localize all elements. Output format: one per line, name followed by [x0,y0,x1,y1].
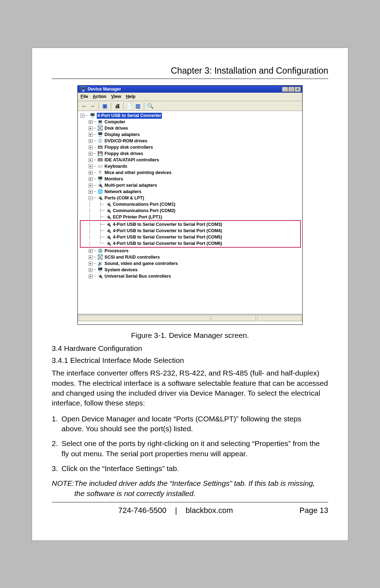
tree-child[interactable]: │ ├─🔌4-Port USB to Serial Converter to S… [81,234,299,240]
tree-node-ports[interactable]: −─🔌Ports (COM & LPT) [81,195,301,201]
network-icon: 🌐 [97,189,103,194]
tree-child[interactable]: │ ├─🔌4-Port USB to Serial Converter to S… [81,228,299,234]
page-footer: 724-746-5500 | blackbox.com Page 13 [52,505,328,516]
expand-icon[interactable]: + [89,152,93,156]
maximize-button[interactable]: □ [288,87,294,92]
tree-child[interactable]: │ ├─🔌ECP Printer Port (LPT1) [81,214,301,220]
tree-child[interactable]: │ ├─🔌4-Port USB to Serial Converter to S… [81,221,299,228]
mouse-icon: 🖱️ [97,170,103,175]
footer-phone: 724-746-5500 [118,506,166,515]
menu-help[interactable]: Help [126,94,135,99]
expand-icon[interactable]: + [89,126,93,130]
system-icon: 🖥️ [97,267,103,273]
collapse-icon[interactable]: − [89,196,93,200]
expand-icon[interactable]: + [89,146,93,149]
tree-node[interactable]: +─💽SCSI and RAID controllers [81,254,301,260]
expand-icon[interactable]: + [89,133,93,137]
expand-icon[interactable]: + [89,171,93,175]
tree-node[interactable]: +─🔊Sound, video and game controllers [81,260,301,267]
tree-node[interactable]: +─💽Disk drives [81,125,301,131]
refresh-icon[interactable]: ▥ [134,103,141,110]
expand-icon[interactable]: + [89,158,93,162]
expand-icon[interactable]: + [89,255,93,259]
scan-icon[interactable]: 🔍 [147,103,154,110]
port-icon: 🔌 [106,228,112,234]
minimize-button[interactable]: _ [282,87,288,92]
tree-node[interactable]: +─💾Floppy disk drives [81,150,301,157]
expand-icon[interactable]: + [89,274,93,278]
processor-icon: ⚙️ [97,248,103,254]
close-button[interactable]: × [294,87,301,92]
monitor-icon: 🖥️ [97,176,103,182]
tree-child[interactable]: │ └─🔌4-Port USB to Serial Converter to S… [81,240,299,247]
menu-bar: File Action View Help [78,93,302,101]
usb-icon: 🔌 [97,273,103,279]
toolbar: ← → ▣ 🖨 📄 ▥ 🔍 [78,101,302,111]
window-titlebar: 🖥️ Device Manager _ □ × [78,86,302,93]
document-page: Chapter 3: Installation and Configuratio… [32,48,348,541]
scsi-icon: 💽 [97,254,103,260]
note-text: The included driver adds the “Interface … [74,478,321,499]
back-icon[interactable]: ← [81,103,88,110]
collapse-icon[interactable]: − [81,114,84,118]
window-title: Device Manager [88,86,282,92]
expand-icon[interactable]: + [89,262,93,266]
tree-child[interactable]: │ ├─🔌Communications Port (COM1) [81,201,301,208]
tree-node[interactable]: +─🖥️Display adapters [81,131,301,138]
step-number: 1. [52,414,59,424]
footer-site: blackbox.com [186,506,233,515]
menu-file[interactable]: File [81,94,88,99]
menu-action[interactable]: Action [93,94,107,99]
tree-node[interactable]: +─💻Computer [81,119,301,125]
print-icon[interactable]: 🖨 [114,103,121,110]
forward-icon[interactable]: → [89,103,96,110]
expand-icon[interactable]: + [89,184,93,187]
keyboard-icon: ⌨️ [97,163,103,169]
properties-icon[interactable]: 📄 [126,103,133,110]
step-number: 3. [52,464,59,474]
body-paragraph: The interface converter offers RS-232, R… [52,368,328,408]
port-icon: 🔌 [106,202,112,207]
expand-icon[interactable]: + [89,165,93,168]
step-3: 3. Click on the “Interface Settings” tab… [52,464,328,474]
up-icon[interactable]: ▣ [101,103,108,110]
tree-node[interactable]: +─⌨️Keyboards [81,163,301,169]
tree-root[interactable]: −─ 🖥️ 4-Port USB to Serial Converter [81,112,301,119]
note-block: NOTE: The included driver adds the “Inte… [52,478,328,499]
expand-icon[interactable]: + [89,268,93,272]
dvd-icon: 💿 [97,138,103,144]
floppy-controller-icon: 📼 [97,144,103,150]
expand-icon[interactable]: + [89,249,93,253]
tree-node[interactable]: +─🖱️Mice and other pointing devices [81,169,301,176]
tree-node[interactable]: +─🔌Universal Serial Bus controllers [81,273,301,279]
ports-icon: 🔌 [97,195,103,201]
ide-icon: 📼 [97,157,103,163]
port-icon: 🔌 [106,222,112,227]
expand-icon[interactable]: + [89,120,93,124]
expand-icon[interactable]: + [89,139,93,143]
tree-node[interactable]: +─🖥️Monitors [81,176,301,182]
tree-node[interactable]: +─💿DVD/CD-ROM drives [81,138,301,144]
port-icon: 🔌 [106,214,112,220]
step-2: 2. Select one of the ports by right-clic… [52,439,328,459]
port-icon: 🔌 [106,241,112,246]
sound-icon: 🔊 [97,261,103,266]
menu-view[interactable]: View [111,94,121,99]
tree-node[interactable]: +─🖥️System devices [81,267,301,273]
footer-sep: | [175,506,177,515]
window-buttons: _ □ × [282,87,301,92]
device-tree: −─ 🖥️ 4-Port USB to Serial Converter +─💻… [78,111,302,314]
note-label: NOTE: [52,478,74,488]
expand-icon[interactable]: + [89,190,93,194]
section-heading-3-4-1: 3.4.1 Electrical Interface Mode Selectio… [52,355,328,365]
disk-icon: 💽 [97,125,103,131]
tree-node[interactable]: +─📼Floppy disk controllers [81,144,301,150]
tree-node[interactable]: +─🌐Network adapters [81,188,301,195]
tree-child[interactable]: │ ├─🔌Communications Port (COM2) [81,208,301,214]
expand-icon[interactable]: + [89,177,93,181]
tree-node[interactable]: +─🔌Multi-port serial adapters [81,182,301,188]
tree-node[interactable]: +─📼IDE ATA/ATAPI controllers [81,157,301,163]
highlighted-ports-box: │ ├─🔌4-Port USB to Serial Converter to S… [80,220,301,248]
page-number: Page 13 [299,505,328,516]
tree-node[interactable]: +─⚙️Processors [81,248,301,254]
